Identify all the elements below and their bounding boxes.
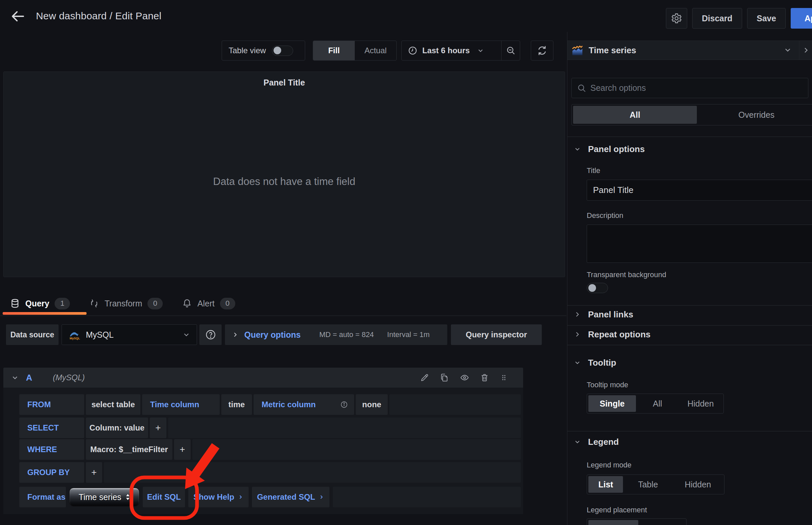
legend-mode-hidden[interactable]: Hidden [673,476,723,493]
fill-option[interactable]: Fill [313,41,355,60]
section-panel-options[interactable]: Panel options [567,142,812,156]
sql-where-row: WHERE Macro: $__timeFilter + [19,439,521,460]
section-repeat-options[interactable]: Repeat options [567,327,812,342]
chevron-down-icon [573,359,581,366]
show-help-button[interactable]: Show Help [189,487,249,507]
trash-icon[interactable] [480,373,489,382]
visualization-picker[interactable]: Time series [567,41,812,60]
database-icon [10,298,20,309]
where-macro-segment[interactable]: Macro: $__timeFilter [86,439,172,460]
legend-mode-table[interactable]: Table [623,476,673,493]
chevron-down-icon [182,330,191,339]
format-as-value: Time series [78,492,121,502]
collapse-pane-button[interactable] [799,41,812,60]
time-column-value-segment[interactable]: time [221,394,252,415]
metric-column-value-segment[interactable]: none [356,394,388,415]
tooltip-mode-hidden[interactable]: Hidden [679,395,722,412]
generated-sql-button[interactable]: Generated SQL [252,487,329,507]
query-options-label: Query options [244,330,301,340]
tab-query-label: Query [25,299,49,309]
row-filler [168,418,521,438]
tab-transform-label: Transform [105,299,142,309]
divider [567,325,812,326]
panel-options-pane: Time series All Overrides Panel options … [567,32,812,525]
tab-all-options[interactable]: All [573,106,697,124]
refresh-button[interactable] [531,41,553,61]
format-as-select[interactable]: Time series [69,488,139,506]
legend-placement-selected[interactable] [588,520,638,525]
copy-icon[interactable] [440,373,449,382]
tab-query[interactable]: Query 1 [10,298,70,310]
query-options-row[interactable]: Query options MD = auto = 824 Interval =… [225,325,447,345]
where-add-button[interactable]: + [174,439,191,460]
show-help-label: Show Help [193,492,234,502]
table-view-label: Table view [229,46,266,55]
time-range-picker[interactable]: Last 6 hours [402,41,501,60]
datasource-picker[interactable]: MySQL MySQL [62,325,197,345]
table-view-control: Table view [222,41,305,61]
tab-alert[interactable]: Alert 0 [182,298,235,310]
legend-mode-group: List Table Hidden [587,475,724,494]
tooltip-mode-label: Tooltip mode [587,380,628,389]
tab-transform[interactable]: Transform 0 [89,298,163,310]
sql-from-row: FROM select table Time column time Metri… [19,394,521,415]
search-options-input[interactable] [590,83,803,93]
clock-icon [408,46,418,56]
query-row-header[interactable]: A (MySQL) [3,368,523,388]
select-column-segment[interactable]: Column: value [86,418,148,438]
page-title: New dashboard / Edit Panel [36,0,161,32]
gear-icon [671,13,682,24]
eye-icon[interactable] [460,373,469,382]
time-range-label: Last 6 hours [422,46,470,55]
bell-icon [182,298,192,309]
apply-button[interactable]: Apply [791,8,812,29]
zoom-out-time-button[interactable] [501,41,520,60]
max-data-points-text: MD = auto = 824 [319,330,374,339]
groupby-add-button[interactable]: + [86,462,102,483]
legend-mode-list[interactable]: List [588,476,623,493]
section-panel-links[interactable]: Panel links [567,307,812,322]
section-tooltip[interactable]: Tooltip [567,355,812,370]
mysql-logo-icon: MySQL [68,328,80,341]
from-table-segment[interactable]: select table [86,394,140,415]
edit-icon[interactable] [420,373,429,382]
panel-title-input[interactable] [587,180,812,200]
tab-overrides[interactable]: Overrides [697,106,812,124]
datasource-help-button[interactable] [199,325,222,345]
where-keyword: WHERE [19,439,84,460]
tooltip-mode-single[interactable]: Single [588,395,636,412]
transparent-background-toggle[interactable] [587,283,608,293]
chevron-down-icon [477,47,484,55]
drag-handle-icon[interactable] [500,373,508,382]
panel-description-textarea[interactable] [587,225,812,263]
description-field-label: Description [587,211,623,220]
chevron-down-icon [783,45,792,55]
select-arrows-icon [125,493,130,501]
time-column-label-segment[interactable]: Time column [142,394,220,415]
interval-text: Interval = 1m [387,330,430,339]
metric-column-label-segment[interactable]: Metric column [254,394,354,415]
topbar-actions: Discard Save Apply [666,8,812,29]
select-add-button[interactable]: + [150,418,166,438]
title-field-label: Title [587,166,600,175]
section-legend[interactable]: Legend [567,435,812,449]
tooltip-mode-all[interactable]: All [636,395,679,412]
actual-option[interactable]: Actual [355,41,396,60]
legend-placement-group [587,518,687,525]
row-filler [389,394,521,415]
chevron-down-icon [573,145,581,153]
panel-settings-button[interactable] [666,8,687,29]
divider [567,305,812,306]
chevron-right-icon [318,494,325,500]
format-as-label: Format as [19,487,66,507]
save-button[interactable]: Save [747,8,786,29]
discard-button[interactable]: Discard [692,8,742,29]
table-view-toggle[interactable] [272,46,293,56]
back-button[interactable] [10,9,27,24]
legend-placement-other[interactable] [638,520,685,525]
edit-sql-button[interactable]: Edit SQL [143,487,185,507]
section-header: Legend [588,437,619,447]
legend-mode-label: Legend mode [587,461,632,469]
sql-format-row: Format as Time series Edit SQL Show Help… [19,487,521,507]
query-inspector-button[interactable]: Query inspector [451,325,542,345]
